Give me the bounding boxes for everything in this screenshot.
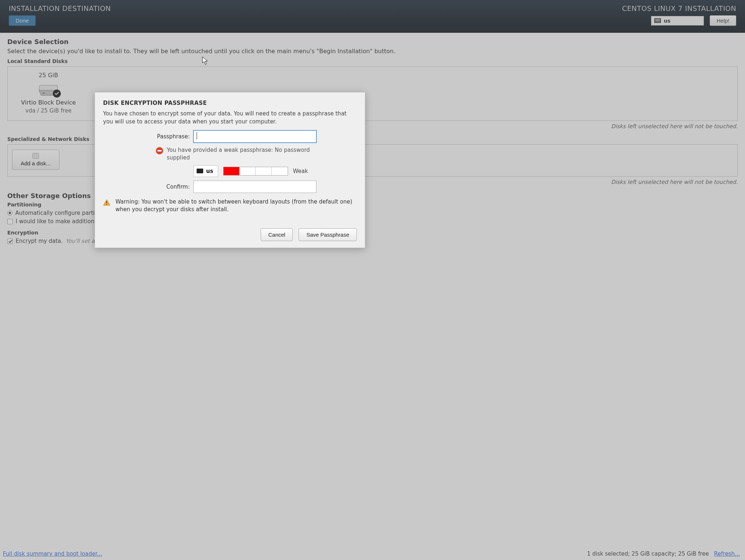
disk-small-icon [32, 153, 39, 159]
top-bar-right: CENTOS LINUX 7 INSTALLATION us Help! [622, 0, 736, 26]
disk-status-text: 1 disk selected; 25 GiB capacity; 25 GiB… [587, 551, 709, 557]
strength-segment [272, 167, 288, 175]
strength-label: Weak [293, 168, 308, 174]
passphrase-label: Passphrase: [103, 133, 190, 140]
dialog-intro: You have chosen to encrypt some of your … [103, 110, 357, 126]
disk-size: 25 GiB [39, 72, 58, 79]
text-caret-icon [197, 132, 197, 139]
cancel-button[interactable]: Cancel [261, 228, 293, 241]
checkbox-icon [7, 219, 13, 224]
keyboard-warning-text: Warning: You won't be able to switch bet… [115, 198, 357, 214]
svg-rect-0 [43, 92, 45, 94]
keyboard-layout-badge[interactable]: us [193, 165, 218, 177]
top-bar-left: INSTALLATION DESTINATION Done [9, 0, 111, 26]
keyboard-icon [654, 18, 661, 23]
help-button[interactable]: Help! [710, 15, 736, 26]
passphrase-form: Passphrase: You have provided a weak pas… [103, 130, 357, 193]
radio-icon [7, 210, 12, 216]
save-passphrase-button[interactable]: Save Passphrase [299, 228, 357, 241]
confirm-label: Confirm: [103, 184, 190, 190]
full-disk-summary-link[interactable]: Full disk summary and boot loader... [3, 551, 102, 557]
checkbox-checked-icon [7, 238, 13, 244]
strength-row: us Weak [193, 165, 357, 177]
passphrase-error-text: You have provided a weak passphrase: No … [167, 146, 323, 162]
disk-name: Virtio Block Device [21, 99, 76, 106]
passphrase-input[interactable] [193, 130, 316, 143]
keyboard-layout-label: us [664, 18, 670, 24]
keyboard-layout-label: us [206, 168, 213, 174]
dialog-title: DISK ENCRYPTION PASSPHRASE [103, 100, 357, 106]
checkmark-badge-icon [53, 90, 61, 98]
done-button[interactable]: Done [9, 15, 36, 26]
page-title: INSTALLATION DESTINATION [9, 4, 111, 12]
warning-icon [103, 199, 110, 206]
strength-segment [240, 167, 256, 175]
passphrase-error-row: You have provided a weak passphrase: No … [156, 146, 357, 162]
disk-tile[interactable]: 25 GiB Virtio Block Device vda / 25 GiB … [12, 72, 85, 114]
mouse-cursor-icon [202, 56, 209, 65]
encrypt-label: Encrypt my data. [16, 238, 63, 244]
local-disks-heading: Local Standard Disks [7, 58, 738, 64]
keyboard-icon [197, 169, 203, 173]
bottom-bar-right: 1 disk selected; 25 GiB capacity; 25 GiB… [587, 551, 740, 557]
add-disk-label: Add a disk... [21, 160, 51, 166]
svg-rect-2 [106, 204, 107, 205]
hard-disk-icon [38, 82, 59, 96]
strength-segment [256, 167, 272, 175]
svg-rect-1 [106, 201, 107, 203]
strength-segment [224, 167, 240, 175]
add-disk-button[interactable]: Add a disk... [12, 150, 59, 170]
product-title: CENTOS LINUX 7 INSTALLATION [622, 4, 736, 12]
device-selection-title: Device Selection [7, 38, 738, 46]
keyboard-warning-row: Warning: You won't be able to switch bet… [103, 198, 357, 214]
passphrase-dialog: DISK ENCRYPTION PASSPHRASE You have chos… [95, 92, 365, 248]
bottom-bar: Full disk summary and boot loader... 1 d… [0, 548, 745, 560]
disk-subtext: vda / 25 GiB free [25, 107, 71, 114]
dialog-actions: Cancel Save Passphrase [103, 228, 357, 241]
password-strength-meter [223, 167, 288, 176]
top-bar: INSTALLATION DESTINATION Done CENTOS LIN… [0, 0, 745, 33]
device-selection-description: Select the device(s) you'd like to insta… [7, 48, 738, 55]
refresh-link[interactable]: Refresh... [714, 551, 740, 557]
error-icon [156, 147, 163, 154]
keyboard-layout-indicator[interactable]: us [651, 16, 704, 25]
confirm-input[interactable] [193, 181, 316, 193]
